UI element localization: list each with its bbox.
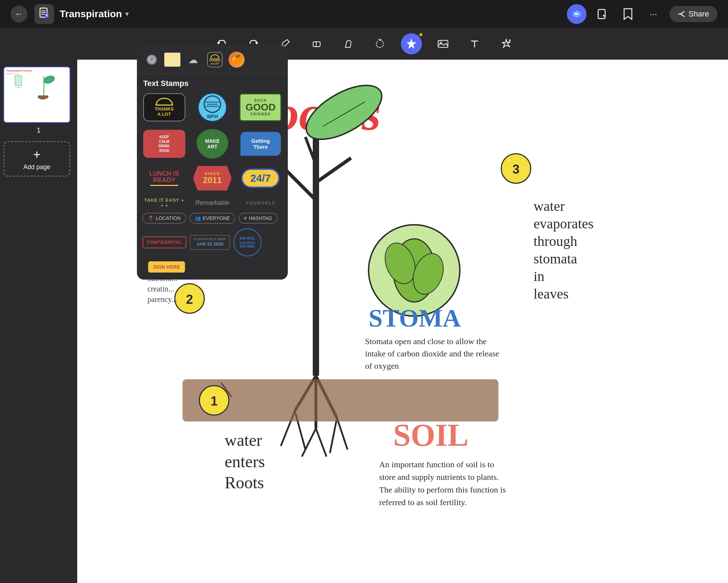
svg-rect-39 — [183, 379, 498, 421]
svg-text:intake of carbon dioxide and t: intake of carbon dioxide and the release — [365, 349, 499, 358]
add-page-nav-button[interactable] — [594, 5, 612, 23]
lasso-tool-button[interactable] — [369, 33, 390, 54]
sticker-tabs: 🕐 ☁ THANKS A LOT 🍊 — [137, 46, 288, 74]
more-options-button[interactable]: ··· — [644, 5, 662, 23]
sticker-such-good-friends[interactable]: SUCH GOOD FRIENDS — [239, 92, 282, 123]
sticker-thanks-a-lot[interactable]: THANKSA LOT — [143, 92, 186, 123]
everyone-icon: 👥 — [195, 215, 201, 221]
svg-text:store and supply nutrients to : store and supply nutrients to plants. — [379, 473, 499, 482]
text-tool-button[interactable] — [464, 33, 485, 54]
add-page-label: Add page — [23, 163, 50, 171]
svg-point-21 — [43, 74, 56, 85]
sticker-remarkable[interactable]: Remarkable — [191, 199, 234, 207]
document-icon-button[interactable] — [34, 4, 54, 24]
sticker-everyone[interactable]: 👥 EVERYONE — [190, 213, 236, 223]
svg-marker-14 — [407, 39, 416, 48]
svg-rect-4 — [45, 13, 48, 18]
sticker-hashtag[interactable]: # HASHTAG — [239, 213, 277, 223]
document-icon — [39, 7, 50, 21]
svg-text:SOIL: SOIL — [393, 418, 469, 453]
sticker-getting-there[interactable]: GettingThere — [239, 128, 282, 160]
sticker-bottom-row: CONFIDENTIAL CUSTOM TEXT HERE JAN 15 202… — [137, 225, 288, 256]
svg-text:3: 3 — [512, 162, 519, 176]
cloud-tab[interactable]: ☁ — [184, 51, 202, 69]
svg-text:enters: enters — [225, 452, 265, 471]
svg-text:The ability to perform this fu: The ability to perform this function is — [379, 485, 506, 494]
svg-text:stomata: stomata — [534, 251, 577, 267]
sticker-custom-text[interactable]: CUSTOM TEXT HERE JAN 15 2020 — [190, 235, 230, 250]
top-nav: ← Transpiration ▾ ✏ ··· — [0, 0, 728, 28]
svg-text:referred to as soil fertility.: referred to as soil fertility. — [379, 498, 467, 507]
add-icon: + — [33, 147, 40, 162]
document-title[interactable]: Transpiration ▾ — [60, 8, 128, 20]
sticker-take-it-easy[interactable]: TAKE IT EASY ✦ ✦ ✦ — [143, 197, 186, 208]
image-insert-button[interactable] — [432, 33, 454, 54]
square-sticker-tab[interactable] — [164, 53, 180, 67]
page-more-options[interactable]: ··· — [63, 68, 70, 78]
share-button[interactable]: Share — [669, 6, 717, 22]
sticker-sign-here-container: SIGN HERE — [137, 256, 288, 273]
sticker-tag-row: 📍 LOCATION 👥 EVERYONE # HASHTAG — [137, 212, 288, 225]
stamp-tab-2[interactable]: 🍊 — [227, 51, 246, 69]
sticker-confidential[interactable]: CONFIDENTIAL — [143, 236, 186, 248]
hashtag-icon: # — [244, 215, 247, 221]
svg-text:An important function of soil : An important function of soil is to — [379, 460, 494, 469]
bookmark-button[interactable] — [619, 5, 637, 23]
sticker-24-7[interactable]: 24/7 — [239, 162, 282, 194]
sticker-popup: 🕐 ☁ THANKS A LOT 🍊 Text Stamps THANKSA L… — [137, 46, 288, 280]
svg-text:creatin...: creatin... — [147, 284, 174, 293]
svg-text:through: through — [534, 233, 577, 249]
add-page-button[interactable]: + Add page — [4, 141, 70, 176]
svg-text:leaves: leaves — [534, 286, 569, 302]
sticker-keep-calm[interactable]: KEEPCALMDRINKSODA — [143, 128, 186, 160]
svg-point-19 — [509, 39, 511, 41]
sticker-tool-button[interactable] — [401, 33, 422, 54]
sticker-grid: THANKSA LOT WFH SUCH GOOD FRIENDS — [137, 92, 288, 160]
title-chevron-icon: ▾ — [125, 10, 128, 18]
svg-text:✏: ✏ — [575, 11, 579, 17]
svg-text:Stomata open and close to allo: Stomata open and close to allow the — [365, 337, 487, 346]
svg-text:in: in — [534, 268, 544, 284]
sticker-make-art[interactable]: MAKEART — [191, 128, 234, 160]
svg-text:water: water — [225, 431, 262, 449]
sticker-sign-here[interactable]: SIGN HERE — [148, 261, 185, 273]
svg-text:of oxygen: of oxygen — [365, 361, 399, 370]
page-number: 1 — [4, 126, 74, 134]
sticker-text-row: TAKE IT EASY ✦ ✦ ✦ Remarkable YOURSELF — [137, 194, 288, 212]
svg-text:2: 2 — [186, 292, 193, 307]
svg-text:Roots: Roots — [225, 473, 264, 492]
toolbar — [0, 28, 728, 60]
recent-tab[interactable]: 🕐 — [143, 51, 161, 69]
eraser-tool-button[interactable] — [306, 33, 327, 54]
stamp-tab-1[interactable]: THANKS A LOT — [206, 51, 224, 69]
magic-tool-button[interactable] — [496, 33, 517, 54]
sticker-location[interactable]: 📍 LOCATION — [143, 213, 186, 223]
marker-tool-button[interactable] — [338, 33, 359, 54]
location-icon: 📍 — [148, 215, 154, 221]
popup-triangle — [206, 46, 219, 46]
user-avatar[interactable]: ✏ — [567, 4, 587, 24]
svg-text:1: 1 — [211, 394, 218, 408]
sticker-lunch-is-ready[interactable]: LUNCH ISREADY — [143, 162, 186, 194]
svg-text:parency...: parency... — [147, 295, 177, 304]
sticker-yourself[interactable]: YOURSELF — [239, 200, 282, 206]
back-icon: ← — [15, 9, 23, 19]
sticker-since-2011[interactable]: SINCE 2011 — [191, 162, 234, 194]
sidebar: Transpiration Process WATER CYCLE nutrie… — [0, 60, 77, 583]
sticker-wfh[interactable]: WFH — [191, 92, 234, 123]
sticker-grid-row2: LUNCH ISREADY SINCE 2011 24/7 — [137, 162, 288, 194]
back-button[interactable]: ← — [11, 6, 27, 22]
svg-rect-8 — [598, 9, 605, 19]
sticker-section-title: Text Stamps — [137, 74, 288, 92]
sticker-airmail[interactable]: AIR MAIL 21/10/2021 AIR MAIL — [233, 228, 262, 256]
svg-text:STOMA: STOMA — [369, 304, 461, 332]
nav-right: ✏ ··· Share — [567, 4, 717, 24]
svg-text:water: water — [534, 198, 565, 214]
svg-text:evaporates: evaporates — [534, 216, 594, 232]
share-label: Share — [688, 9, 709, 19]
page-thumbnail-1[interactable]: Transpiration Process WATER CYCLE nutrie… — [4, 67, 70, 123]
